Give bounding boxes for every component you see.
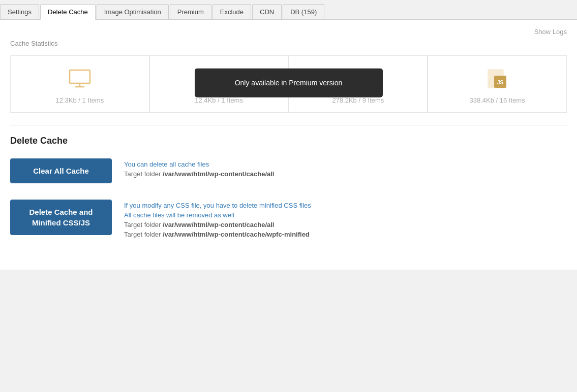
monitor-icon: [69, 66, 91, 91]
stat-card-js: JS 338.4Kb / 16 Items: [428, 55, 567, 113]
minified-info-line-2: All cache files will be removed as well: [124, 211, 311, 219]
main-container: Settings Delete Cache Image Optimisation…: [0, 0, 577, 392]
tab-db[interactable]: DB (159): [283, 4, 324, 19]
tab-premium[interactable]: Premium: [170, 4, 211, 19]
clear-all-cache-info: You can delete all cache files Target fo…: [124, 158, 274, 178]
delete-minified-cache-info: If you modify any CSS file, you have to …: [124, 200, 311, 238]
delete-minified-cache-button[interactable]: Delete Cache and Minified CSS/JS: [10, 200, 112, 235]
stat-card-css: CSS 278.2Kb / 9 Items: [289, 55, 428, 113]
svg-rect-0: [70, 70, 90, 83]
tablet-icon: [211, 66, 227, 91]
tab-exclude[interactable]: Exclude: [212, 4, 251, 19]
tab-settings[interactable]: Settings: [0, 4, 39, 19]
tab-cdn[interactable]: CDN: [252, 4, 282, 19]
delete-cache-section: Delete Cache Clear All Cache You can del…: [10, 136, 567, 238]
cache-statistics-title: Cache Statistics: [10, 40, 567, 47]
clear-cache-info-line-1: You can delete all cache files: [124, 160, 274, 168]
stat-value-css: 278.2Kb / 9 Items: [332, 96, 384, 104]
svg-point-4: [218, 84, 220, 86]
svg-text:JS: JS: [497, 80, 504, 85]
tab-image-optimisation[interactable]: Image Optimisation: [97, 4, 169, 19]
tabs-bar: Settings Delete Cache Image Optimisation…: [0, 0, 577, 20]
section-title: Delete Cache: [10, 136, 567, 146]
minified-info-line-1: If you modify any CSS file, you have to …: [124, 202, 311, 209]
tab-delete-cache[interactable]: Delete Cache: [40, 4, 96, 20]
svg-text:CSS: CSS: [356, 80, 367, 85]
minified-path-2: /var/www/html/wp-content/cache/wpfc-mini…: [163, 231, 310, 238]
stat-card-monitor: 12.3Kb / 1 Items: [10, 55, 149, 113]
delete-minified-cache-row: Delete Cache and Minified CSS/JS If you …: [10, 200, 567, 238]
clear-all-cache-button[interactable]: Clear All Cache: [10, 158, 112, 183]
clear-all-cache-row: Clear All Cache You can delete all cache…: [10, 158, 567, 183]
stat-value-monitor: 12.3Kb / 1 Items: [56, 96, 104, 104]
minified-path-prefix-1: Target folder: [124, 221, 163, 228]
stat-value-js: 338.4Kb / 16 Items: [470, 96, 525, 104]
minified-path-prefix-2: Target folder: [124, 231, 163, 238]
clear-cache-info-line-2: Target folder /var/www/html/wp-content/c…: [124, 170, 274, 178]
minified-info-line-3: Target folder /var/www/html/wp-content/c…: [124, 221, 311, 228]
main-content: Show Logs Cache Statistics 12.3Kb / 1 It…: [0, 20, 577, 270]
clear-cache-path-prefix: Target folder: [124, 170, 163, 178]
section-divider: [10, 125, 567, 125]
show-logs-link[interactable]: Show Logs: [10, 28, 567, 36]
js-icon: JS: [486, 66, 508, 91]
stats-grid: 12.3Kb / 1 Items 12.4Kb / 1 Items: [10, 55, 567, 113]
stat-value-tablet: 12.4Kb / 1 Items: [195, 96, 243, 104]
minified-info-line-4: Target folder /var/www/html/wp-content/c…: [124, 231, 311, 238]
clear-cache-path: /var/www/html/wp-content/cache/all: [163, 170, 275, 178]
minified-path-1: /var/www/html/wp-content/cache/all: [163, 221, 275, 228]
stat-card-tablet: 12.4Kb / 1 Items: [149, 55, 289, 113]
css-icon: CSS: [347, 66, 369, 91]
